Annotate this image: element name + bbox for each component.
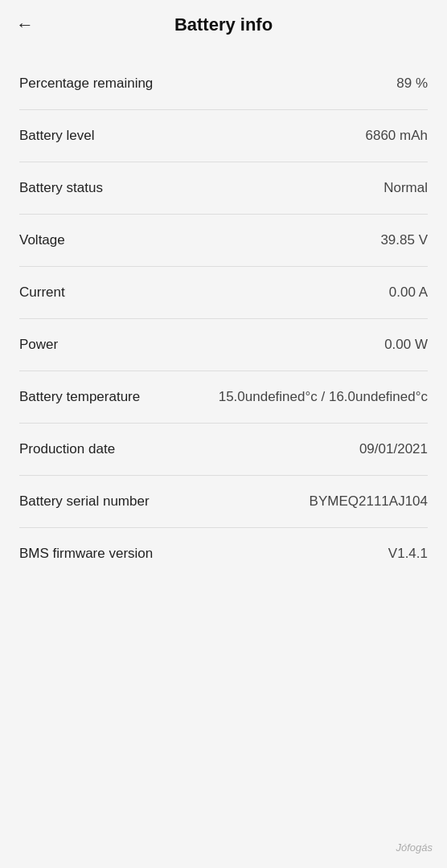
row-value: 0.00 A — [389, 285, 428, 301]
back-button[interactable]: ← — [16, 16, 34, 34]
row-value: 15.0undefined°c / 16.0undefined°c — [219, 389, 428, 405]
table-row: Percentage remaining89 % — [19, 58, 428, 110]
row-label: Battery temperature — [19, 389, 140, 405]
row-value: 0.00 W — [384, 337, 428, 353]
table-row: BMS firmware versionV1.4.1 — [19, 528, 428, 579]
row-value: BYMEQ2111AJ104 — [310, 493, 428, 510]
table-row: Battery level6860 mAh — [19, 110, 428, 162]
row-label: Battery status — [19, 180, 103, 196]
row-value: 09/01/2021 — [359, 441, 428, 457]
row-label: Voltage — [19, 232, 65, 248]
table-row: Power0.00 W — [19, 319, 428, 371]
page-title: Battery info — [174, 14, 273, 35]
row-label: Current — [19, 285, 65, 301]
table-row: Battery statusNormal — [19, 162, 428, 215]
row-label: Production date — [19, 441, 115, 457]
row-value: 89 % — [396, 76, 428, 92]
table-row: Current0.00 A — [19, 267, 428, 319]
table-row: Battery serial numberBYMEQ2111AJ104 — [19, 476, 428, 528]
row-value: V1.4.1 — [388, 546, 428, 562]
page-header: ← Battery info — [0, 0, 447, 50]
row-label: BMS firmware version — [19, 546, 153, 562]
table-row: Battery temperature15.0undefined°c / 16.… — [19, 371, 428, 424]
row-label: Battery serial number — [19, 493, 150, 510]
row-value: 39.85 V — [380, 232, 428, 248]
footer-brand: Jófogás — [396, 841, 433, 854]
table-row: Voltage39.85 V — [19, 215, 428, 267]
row-value: Normal — [383, 180, 428, 196]
row-label: Power — [19, 337, 58, 353]
row-label: Battery level — [19, 128, 95, 144]
battery-info-list: Percentage remaining89 %Battery level686… — [0, 58, 447, 579]
table-row: Production date09/01/2021 — [19, 424, 428, 476]
row-value: 6860 mAh — [366, 128, 429, 144]
row-label: Percentage remaining — [19, 76, 153, 92]
